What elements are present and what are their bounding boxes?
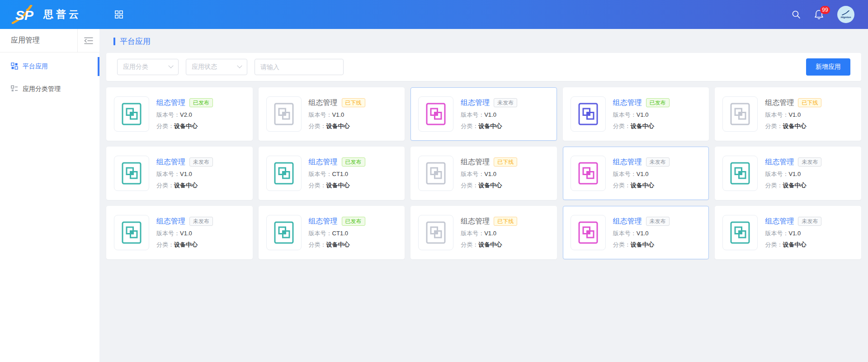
apps-grid-icon[interactable] [115, 10, 123, 19]
app-card-title[interactable]: 组态管理 [309, 217, 338, 226]
version-value: V1.0 [788, 171, 801, 177]
app-card[interactable]: 组态管理已发布版本号：V1.0分类：设备中心 [563, 87, 709, 141]
category-value: 设备中心 [478, 241, 502, 248]
app-card[interactable]: 组态管理已发布版本号：V2.0分类：设备中心 [106, 87, 253, 141]
app-version-row: 版本号：V1.0 [309, 111, 365, 119]
app-card[interactable]: 组态管理未发布版本号：V1.0分类：设备中心 [715, 206, 861, 259]
version-label: 版本号： [461, 230, 484, 237]
app-overlap-squares-icon [571, 215, 606, 250]
app-card[interactable]: 组态管理已下线版本号：V1.0分类：设备中心 [410, 206, 557, 259]
category-label: 分类： [613, 241, 631, 248]
version-value: V1.0 [484, 230, 496, 237]
app-status-select-placeholder: 应用状态 [192, 63, 217, 71]
category-label: 分类： [765, 182, 783, 189]
sidebar-item-app-category-management[interactable]: 应用分类管理 [0, 78, 99, 100]
app-category-select[interactable]: 应用分类 [117, 59, 179, 75]
app-card[interactable]: 组态管理未发布版本号：V1.0分类：设备中心 [410, 87, 557, 141]
app-category-row: 分类：设备中心 [461, 181, 517, 190]
app-overlap-squares-icon [266, 156, 302, 191]
version-value: V1.0 [637, 230, 649, 237]
app-card[interactable]: 组态管理已发布版本号：CT1.0分类：设备中心 [259, 147, 405, 200]
app-card-title[interactable]: 组态管理 [309, 157, 338, 167]
app-version-row: 版本号：V1.0 [461, 111, 517, 119]
app-card-title[interactable]: 组态管理 [765, 157, 794, 167]
bell-icon[interactable]: 99 [814, 10, 824, 19]
app-card[interactable]: 组态管理未发布版本号：V1.0分类：设备中心 [715, 147, 861, 200]
brand-name: 思普云 [43, 8, 81, 21]
brand-area: SP 思普云 [0, 5, 102, 24]
app-category-row: 分类：设备中心 [156, 122, 213, 130]
app-card-title[interactable]: 组态管理 [156, 217, 185, 226]
menu-fold-icon[interactable] [77, 29, 99, 52]
app-category-row: 分类：设备中心 [461, 241, 517, 249]
app-card[interactable]: 组态管理未发布版本号：V1.0分类：设备中心 [563, 206, 709, 259]
app-card-title[interactable]: 组态管理 [156, 98, 185, 108]
app-card[interactable]: 组态管理已下线版本号：V1.0分类：设备中心 [259, 87, 405, 141]
sidebar-item-platform-apps[interactable]: 平台应用 [0, 55, 99, 78]
app-overlap-squares-icon [722, 156, 758, 191]
version-value: V1.0 [637, 171, 649, 177]
version-value: V1.0 [484, 111, 496, 118]
avatar[interactable]: Hignton [837, 6, 854, 23]
app-card-title[interactable]: 组态管理 [156, 157, 185, 167]
app-card-title[interactable]: 组态管理 [461, 217, 490, 226]
category-label: 分类： [765, 123, 783, 129]
version-label: 版本号： [309, 111, 332, 118]
category-label: 分类： [309, 241, 326, 248]
app-category-row: 分类：设备中心 [309, 122, 365, 130]
category-label: 分类： [461, 241, 478, 248]
app-version-row: 版本号：V1.0 [461, 229, 517, 238]
app-card[interactable]: 组态管理已下线版本号：V1.0分类：设备中心 [715, 87, 861, 141]
app-card-title[interactable]: 组态管理 [765, 217, 794, 226]
app-overlap-squares-icon [114, 215, 149, 250]
version-label: 版本号： [156, 171, 180, 177]
sidebar: 应用管理 平台应用 [0, 29, 99, 362]
version-value: V1.0 [180, 230, 192, 237]
avatar-text: Hignton [841, 16, 851, 19]
category-value: 设备中心 [174, 182, 198, 189]
version-label: 版本号： [613, 230, 637, 237]
category-value: 设备中心 [631, 123, 654, 129]
app-card[interactable]: 组态管理未发布版本号：V1.0分类：设备中心 [106, 147, 253, 200]
status-badge: 未发布 [189, 217, 213, 226]
app-version-row: 版本号：CT1.0 [309, 170, 365, 178]
title-accent-bar [113, 38, 115, 45]
app-card-title[interactable]: 组态管理 [613, 157, 642, 167]
category-value: 设备中心 [326, 123, 350, 129]
app-card-title[interactable]: 组态管理 [461, 157, 490, 167]
category-value: 设备中心 [631, 241, 654, 248]
status-badge: 未发布 [189, 157, 213, 167]
status-badge: 已发布 [646, 98, 670, 107]
category-value: 设备中心 [326, 182, 350, 189]
app-version-row: 版本号：V1.0 [156, 170, 213, 178]
category-label: 分类： [613, 123, 631, 129]
app-card[interactable]: 组态管理已发布版本号：CT1.0分类：设备中心 [259, 206, 405, 259]
app-card[interactable]: 组态管理已下线版本号：V1.0分类：设备中心 [410, 147, 557, 200]
category-label: 分类： [461, 123, 478, 129]
version-label: 版本号： [156, 230, 180, 237]
search-input[interactable] [255, 59, 344, 75]
version-label: 版本号： [461, 171, 484, 177]
app-card-title[interactable]: 组态管理 [309, 98, 338, 108]
app-overlap-squares-icon [722, 96, 758, 132]
app-card-title[interactable]: 组态管理 [613, 98, 642, 108]
app-card-title[interactable]: 组态管理 [613, 217, 642, 226]
app-card[interactable]: 组态管理未发布版本号：V1.0分类：设备中心 [563, 147, 709, 200]
category-value: 设备中心 [783, 241, 806, 248]
app-category-select-placeholder: 应用分类 [123, 63, 148, 71]
category-label: 分类： [309, 182, 326, 189]
app-card[interactable]: 组态管理未发布版本号：V1.0分类：设备中心 [106, 206, 253, 259]
app-status-select[interactable]: 应用状态 [186, 59, 247, 75]
app-card-title[interactable]: 组态管理 [461, 98, 490, 108]
app-category-row: 分类：设备中心 [613, 122, 670, 130]
app-overlap-squares-icon [571, 96, 606, 132]
app-card-title[interactable]: 组态管理 [765, 98, 794, 108]
search-icon[interactable] [792, 10, 801, 19]
status-badge: 未发布 [798, 217, 821, 226]
category-label: 分类： [156, 123, 174, 129]
add-app-button[interactable]: 新增应用 [806, 58, 850, 76]
status-badge: 未发布 [798, 157, 821, 167]
status-badge: 已发布 [189, 98, 213, 107]
category-value: 设备中心 [478, 182, 502, 189]
category-value: 设备中心 [631, 182, 654, 189]
